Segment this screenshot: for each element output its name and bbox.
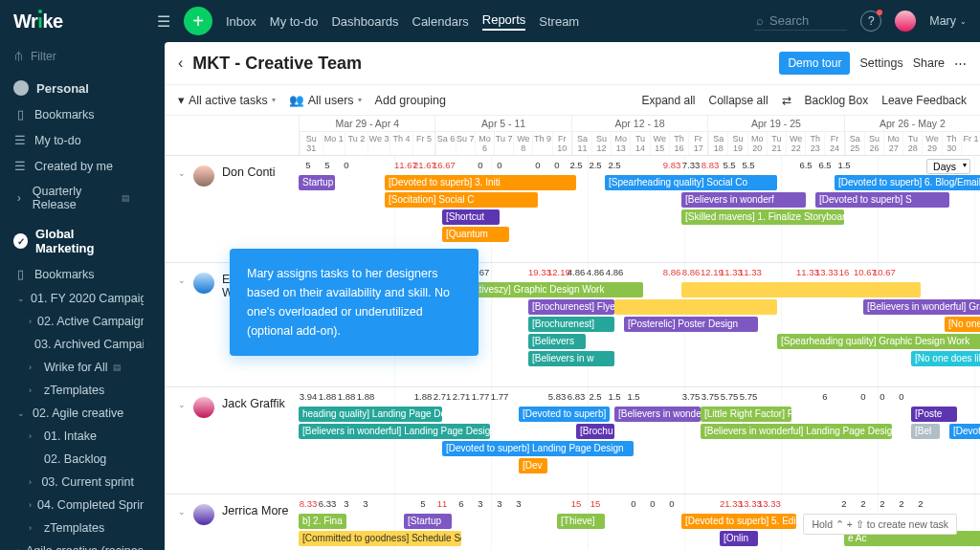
task-bar[interactable]: [Believers in wonder: [614, 407, 701, 422]
add-grouping[interactable]: Add grouping: [375, 94, 446, 107]
sidebar-item-created-by-me[interactable]: ☰Created by me: [0, 153, 144, 179]
collapse-all[interactable]: Collapse all: [709, 94, 768, 107]
days-selector[interactable]: Days: [926, 159, 970, 174]
task-bar[interactable]: [Devoted to superb]: [519, 407, 610, 422]
nav-mytodo[interactable]: My to-do: [270, 14, 319, 29]
task-bar[interactable]: [Startup: [404, 514, 452, 529]
task-bar[interactable]: [Devoted to superb] S: [815, 192, 949, 208]
task-bar[interactable]: [Brochurenest] Flyer: [528, 299, 614, 315]
lane-area[interactable]: 550 11.6721.6716.67 00 002.52.52.5 9.837…: [299, 156, 980, 262]
task-bar[interactable]: [Poste: [911, 407, 957, 422]
person-name-cell[interactable]: ⌄Don Conti: [165, 156, 299, 262]
task-bar[interactable]: [Socitation] Social C: [385, 192, 538, 208]
sidebar-item-bookmarks[interactable]: ▯Bookmarks: [0, 101, 144, 127]
filter-row[interactable]: ⫛ Filter: [0, 42, 144, 71]
tree-archived-campaigns[interactable]: 03. Archived Campaigns: [0, 333, 144, 356]
task-bar[interactable]: [Devoted to superb] 6. Blog/Email Creati…: [835, 175, 980, 190]
task-bar[interactable]: [Posterelic] Poster Design: [624, 317, 758, 332]
week-column: Mar 29 - Apr 4Su 31Mo 1Tu 2We 3Th 4Fr 5: [299, 116, 434, 155]
logo[interactable]: Wrıke: [0, 0, 144, 42]
task-bar[interactable]: [Devoted to superb] 3. Initi: [385, 175, 576, 190]
expand-all[interactable]: Expand all: [641, 94, 695, 107]
task-bar[interactable]: [Bel: [911, 424, 940, 439]
hour-value: 10.67: [854, 263, 873, 281]
hour-value: 0: [854, 387, 873, 406]
avatar[interactable]: [895, 11, 916, 32]
settings-link[interactable]: Settings: [859, 56, 902, 70]
task-bar[interactable]: [Shortcut: [442, 209, 500, 225]
task-bar[interactable]: Startup: [299, 175, 335, 190]
task-bar[interactable]: [Spearheading quality] Graphic Design Wo…: [777, 334, 980, 349]
task-bar[interactable]: [Quantum: [442, 227, 509, 242]
task-bar[interactable]: [Committed to goodness] Schedule Se: [299, 531, 461, 546]
add-button[interactable]: +: [184, 7, 212, 35]
task-bar[interactable]: [Believers: [528, 334, 586, 349]
share-link[interactable]: Share: [913, 56, 945, 70]
filter-active-tasks[interactable]: ▾All active tasks▾: [178, 93, 276, 107]
tree-ztemplates-1[interactable]: ›zTemplates: [0, 379, 144, 402]
task-bar[interactable]: [614, 299, 777, 315]
tree-fy2020[interactable]: ⌄01. FY 2020 Campaigns: [0, 287, 144, 310]
more-icon[interactable]: ⋯: [954, 56, 967, 71]
user-menu[interactable]: Mary⌄: [929, 14, 967, 28]
task-bar[interactable]: [No one does like u: [911, 351, 980, 366]
lane-area[interactable]: 3.941.881.881.88 1.882.712.711.771.77 5.…: [299, 387, 980, 494]
task-bar[interactable]: [Skilled mavens] 1. Finalize Storyboard: [681, 209, 844, 225]
tree-wrike-for-all[interactable]: ›Wrike for All ▤: [0, 356, 144, 379]
task-bar[interactable]: [Believers in wonderful] Landing Page De…: [701, 424, 892, 439]
chevron-down-icon: ⌄: [178, 397, 186, 409]
task-bar[interactable]: [Spearheading quality] Social Co: [605, 175, 777, 190]
task-bar[interactable]: [Little Right Factor] P: [701, 407, 791, 422]
day-label: Sa 6: [435, 132, 455, 155]
task-bar[interactable]: [Creativeszy] Graphic Design Work: [452, 282, 643, 297]
task-bar[interactable]: [Thieve]: [557, 514, 605, 529]
task-bar[interactable]: [Brochurenest]: [528, 317, 614, 332]
task-bar[interactable]: [Brochu: [576, 424, 614, 439]
task-bar[interactable]: [681, 282, 921, 297]
nav-inbox[interactable]: Inbox: [226, 14, 256, 29]
chevron-down-icon: ⌄: [178, 273, 186, 285]
task-bar[interactable]: heading quality] Landing Page Design: [299, 407, 442, 422]
person-name-cell[interactable]: ⌄Jerrica More: [165, 495, 299, 550]
hamburger-icon[interactable]: ☰: [157, 12, 170, 31]
person-name-cell[interactable]: ⌄Jack Graffik: [165, 387, 299, 494]
nav-dashboards[interactable]: Dashboards: [331, 14, 398, 29]
sidebar-item-bookmarks-global[interactable]: ▯Bookmarks: [0, 261, 144, 287]
tree-backlog[interactable]: 02. Backlog: [0, 448, 144, 471]
task-bar[interactable]: [No one d: [945, 317, 980, 332]
task-bar[interactable]: b] 2. Fina: [299, 514, 346, 529]
task-bar[interactable]: [Devoted to superb] Landing Page Design: [442, 441, 634, 456]
section-global: ✓ Global Marketing: [0, 217, 144, 261]
help-icon[interactable]: ?: [860, 11, 881, 32]
tree-active-campaigns[interactable]: ›02. Active Campaigns: [0, 310, 144, 333]
nav-calendars[interactable]: Calendars: [412, 14, 469, 29]
sidebar-item-my-todo[interactable]: ☰My to-do: [0, 127, 144, 153]
tree-ztemplates-2[interactable]: ›zTemplates: [0, 517, 144, 539]
hour-value: [796, 387, 815, 406]
tree-current-sprint[interactable]: ›03. Current sprint: [0, 471, 144, 494]
tree-agile-recipes[interactable]: ›Agile creative (recipes de...: [0, 539, 144, 550]
sidebar-item-quarterly-release[interactable]: ›Quarterly Release ▤: [0, 179, 144, 217]
task-bar[interactable]: [Believers in w: [528, 351, 614, 366]
demo-tour-button[interactable]: Demo tour: [779, 52, 850, 75]
backlog-box[interactable]: Backlog Box: [805, 94, 869, 107]
task-bar[interactable]: [Devoted: [949, 424, 980, 439]
nav-reports[interactable]: Reports: [482, 12, 526, 31]
tree-intake[interactable]: ›01. Intake: [0, 425, 144, 448]
task-bar[interactable]: [Believers in wonderf: [681, 192, 806, 208]
task-bar[interactable]: [Dev: [519, 458, 547, 473]
filter-users[interactable]: 👥All users▾: [289, 93, 362, 107]
task-bar[interactable]: [Devoted to superb] 5. Edi: [681, 514, 796, 529]
day-label: Fr 10: [552, 132, 571, 155]
search-input[interactable]: ⌕Search: [754, 11, 847, 31]
task-bar[interactable]: [Onlin: [720, 531, 758, 546]
task-bar[interactable]: [Believers in wonderful] Landing Page De…: [299, 424, 490, 439]
task-bar[interactable]: [Believers in wonderful] Graphic De: [863, 299, 980, 315]
back-icon[interactable]: ‹: [178, 55, 183, 72]
settings-icon[interactable]: ⇄: [782, 94, 791, 107]
hour-value: [356, 156, 375, 174]
leave-feedback[interactable]: Leave Feedback: [881, 94, 967, 107]
tree-agile-creative[interactable]: ⌄02. Agile creative: [0, 402, 144, 425]
nav-stream[interactable]: Stream: [539, 14, 579, 29]
tree-completed-sprints[interactable]: ›04. Completed Sprints: [0, 494, 144, 517]
